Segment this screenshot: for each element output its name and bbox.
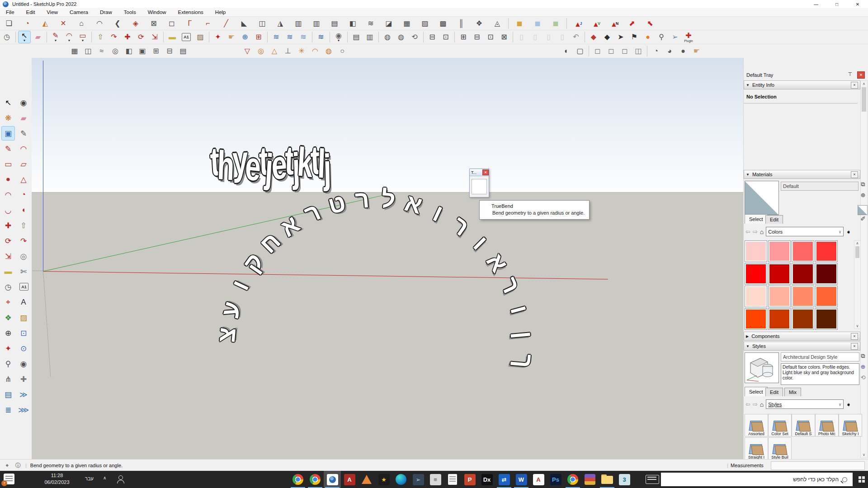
taskbar-touch-keyboard[interactable]	[644, 471, 661, 488]
dropdown-arrow-icon[interactable]: ▼	[54, 39, 57, 42]
orbit-tool-icon[interactable]: ✦	[212, 31, 224, 43]
rotated-rectangle-tool-icon[interactable]: ▱	[17, 157, 30, 171]
ext-hatch-1-icon[interactable]: ▨	[417, 18, 433, 29]
line-tool-icon[interactable]: ✎	[2, 142, 14, 155]
hand-cursor-icon[interactable]: ☛	[691, 45, 703, 57]
sandbox-from-contours-icon[interactable]: ▦	[69, 45, 80, 57]
ext-ramp-icon[interactable]: ◪	[381, 18, 396, 29]
sandbox-drape-icon[interactable]: ◧	[123, 45, 135, 57]
materials-tab-select[interactable]: Select	[745, 214, 768, 224]
color-swatch[interactable]	[745, 263, 767, 285]
taskbar-notepad[interactable]	[444, 471, 461, 488]
ext-wedge-icon[interactable]: ◣	[236, 18, 252, 29]
box-toggle-icon[interactable]: ⊡	[440, 31, 452, 43]
polygon-tool-icon[interactable]: △	[17, 173, 30, 186]
ext-corner-2-icon[interactable]: ⌐	[200, 18, 216, 29]
taskbar-photoshop[interactable]: Ps	[547, 471, 564, 488]
dropdown-arrow-icon[interactable]: ▼	[337, 39, 340, 42]
circle-tool-icon[interactable]: ●	[2, 173, 14, 186]
undo-curve-icon[interactable]: ↶	[570, 31, 582, 43]
menu-help[interactable]: Help	[209, 8, 232, 16]
ext-house-icon[interactable]: ⌂	[74, 18, 89, 29]
home-icon[interactable]: ⌂	[760, 228, 764, 235]
taskbar-autocad-2[interactable]: A	[530, 471, 547, 488]
style-name-field[interactable]: Architectural Design Style	[781, 352, 859, 361]
orbit-eye-tool-icon[interactable]: ◉	[17, 96, 30, 109]
swatch-scrollbar[interactable]: ∧ ∨	[854, 240, 861, 329]
collapse-triangle-icon[interactable]: ▼	[746, 173, 750, 177]
offset-tool-icon[interactable]: ◎	[17, 249, 30, 263]
arrow-tool-icon[interactable]: ➤	[615, 31, 627, 43]
notification-icon[interactable]: 7	[4, 474, 14, 484]
sample-paint-icon[interactable]	[858, 205, 868, 215]
wire-box-3-icon[interactable]: ◻	[619, 45, 631, 57]
section-fill-icon[interactable]: ▥	[364, 31, 376, 43]
expand-triangle-icon[interactable]: ▶	[746, 334, 749, 338]
three-point-arc-tool-icon[interactable]: ◡	[2, 203, 14, 217]
show-hidden-icons-chevron[interactable]: ∧	[103, 475, 106, 480]
dimension-tool-icon[interactable]: A1	[19, 283, 28, 291]
sandbox-from-scratch-icon[interactable]: ◫	[82, 45, 94, 57]
forward-icon[interactable]: ⇨	[753, 228, 758, 235]
wire-box-2-icon[interactable]: ◻	[605, 45, 617, 57]
shape-ring-icon[interactable]: ◎	[255, 45, 267, 57]
color-swatch[interactable]	[815, 263, 838, 285]
styles-close-icon[interactable]: ×	[851, 343, 858, 350]
ext-axes-x-icon[interactable]: ✕	[56, 18, 71, 29]
ext-corner-1-icon[interactable]: Γ	[182, 18, 198, 29]
scrollbar-thumb[interactable]	[862, 87, 866, 112]
render-refresh-icon[interactable]: ⟲	[409, 31, 420, 43]
cube-yellow-icon[interactable]: ◼	[512, 18, 527, 29]
import-v-icon[interactable]: ▲V	[588, 18, 604, 29]
eyedropper-icon[interactable]: ✐	[859, 215, 867, 222]
send-tool-icon[interactable]: ➢	[669, 31, 681, 43]
style-folder-straight-i[interactable]: Straight I	[745, 437, 768, 460]
color-swatch[interactable]	[768, 240, 791, 262]
menu-camera[interactable]: Camera	[64, 8, 94, 16]
components-header[interactable]: ▶ Components ×	[744, 332, 860, 341]
menu-file[interactable]: File	[0, 8, 20, 16]
import-n-icon[interactable]: ▲N	[606, 18, 622, 29]
ext-louver-icon[interactable]: ◧	[345, 18, 360, 29]
secondary-pane-icon[interactable]: ⧉	[859, 352, 867, 360]
ext-curve-points-icon[interactable]: ◔	[19, 18, 35, 29]
follow-me-tool-icon[interactable]: ↷	[17, 234, 30, 248]
style-folder-assorted[interactable]: Assorted	[745, 414, 768, 436]
style-folder-style-buil[interactable]: Style Buil	[768, 437, 792, 460]
rectangle-tool-icon[interactable]: ▭▼	[77, 31, 89, 43]
dropdown-arrow-icon[interactable]: ▼	[23, 39, 26, 42]
line-tool-icon[interactable]: ✎▼	[50, 31, 61, 43]
select-tool-icon[interactable]: ↖	[2, 96, 14, 109]
color-swatch[interactable]	[815, 308, 838, 330]
taskbar-chrome-1[interactable]	[289, 471, 307, 488]
sandbox-smoove-icon[interactable]: ≈	[96, 45, 108, 57]
move-tool-icon[interactable]: ✚	[122, 31, 133, 43]
3d-text-top[interactable]: thyetjetjktlj	[210, 137, 373, 183]
color-swatch[interactable]	[792, 263, 814, 285]
plugin-blue-2-icon[interactable]: ≋	[284, 31, 296, 43]
dimension-tool-icon[interactable]: A1	[182, 33, 191, 41]
zoom-tool-icon[interactable]: ⊕	[2, 326, 14, 340]
disabled-3-icon[interactable]: ▯	[543, 31, 555, 43]
disabled-1-icon[interactable]: ▯	[516, 31, 528, 43]
dropdown-arrow-icon[interactable]: ▼	[81, 39, 85, 42]
color-swatch[interactable]	[792, 286, 814, 307]
protractor-tool-icon[interactable]: ◷	[2, 280, 14, 294]
details-arrow-icon[interactable]: ➧	[846, 228, 851, 235]
eraser-tool-icon[interactable]: ▰	[32, 31, 44, 43]
color-swatch[interactable]	[792, 308, 814, 330]
taskbar-chrome-2[interactable]	[307, 471, 324, 488]
two-point-arc-tool-icon[interactable]: ◠	[17, 142, 30, 155]
plugin-blue-3-icon[interactable]: ≋	[297, 31, 309, 43]
tray-scrollbar[interactable]: ∧ ∨	[860, 80, 868, 458]
wire-box-4-icon[interactable]: ◫	[632, 45, 644, 57]
forward-icon[interactable]: ⇨	[753, 401, 758, 408]
grid-tool-2-icon[interactable]: ⊟	[164, 45, 175, 57]
color-swatch[interactable]	[745, 240, 767, 262]
ext-columns-1-icon[interactable]: ▥	[291, 18, 306, 29]
move-tool-icon[interactable]: ✚	[2, 219, 14, 232]
import-j-icon[interactable]: ▲J	[570, 18, 585, 29]
back-icon[interactable]: ⇦	[745, 401, 750, 408]
color-swatch[interactable]	[768, 263, 791, 285]
truebend-close-icon[interactable]: ✕	[482, 169, 489, 175]
